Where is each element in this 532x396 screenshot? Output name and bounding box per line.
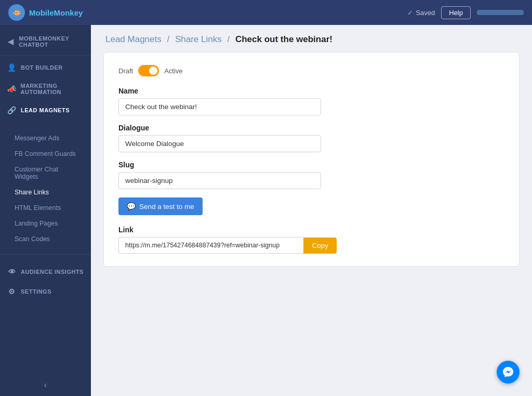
- logo: 🐵 MobileMonkey: [8, 4, 83, 21]
- sidebar: ◀ MOBILEMONKEY CHATBOT 👤 BOT BUILDER 📣 M…: [0, 25, 91, 396]
- breadcrumb-current: Check out the webinar!: [235, 34, 332, 44]
- sidebar-item-landing-pages[interactable]: Landing Pages: [0, 216, 91, 231]
- saved-indicator: ✓ Saved: [407, 9, 435, 17]
- dialogue-input[interactable]: [118, 135, 321, 152]
- chevron-left-icon: ◀: [7, 37, 15, 46]
- slug-label: Slug: [118, 161, 504, 169]
- divider-2: [0, 254, 91, 255]
- sidebar-collapse-button[interactable]: ‹: [0, 374, 91, 396]
- person-icon: 👤: [7, 63, 17, 72]
- eye-icon: 👁: [7, 267, 17, 276]
- sidebar-item-share-links[interactable]: Share Links: [0, 184, 91, 200]
- topbar: 🐵 MobileMonkey ✓ Saved Help: [0, 0, 532, 25]
- breadcrumb-lead-magnets[interactable]: Lead Magnets: [105, 34, 162, 44]
- messenger-icon: 💬: [127, 202, 136, 210]
- messenger-fab-icon: [502, 366, 514, 378]
- sidebar-item-fb-comment-guards[interactable]: FB Comment Guards: [0, 146, 91, 162]
- gear-icon: ⚙: [7, 287, 17, 296]
- toggle-slider: [138, 65, 159, 76]
- toggle-row: Draft Active: [118, 65, 504, 76]
- help-button[interactable]: Help: [441, 6, 471, 19]
- sidebar-item-messenger-ads[interactable]: Messenger Ads: [0, 130, 91, 146]
- breadcrumb-share-links[interactable]: Share Links: [175, 34, 222, 44]
- copy-button[interactable]: Copy: [303, 237, 337, 254]
- sidebar-item-lead-magnets[interactable]: 🔗 LEAD MAGNETS: [0, 100, 91, 120]
- active-toggle[interactable]: [138, 65, 159, 76]
- link-input[interactable]: [118, 237, 303, 254]
- breadcrumb: Lead Magnets / Share Links / Check out t…: [91, 25, 532, 52]
- sidebar-item-marketing[interactable]: 📣 MARKETING AUTOMATION: [0, 77, 91, 100]
- sidebar-sub-section: Messenger Ads FB Comment Guards Customer…: [0, 125, 91, 252]
- sidebar-section-bottom: 👁 AUDIENCE INSIGHTS ⚙ SETTINGS: [0, 257, 91, 307]
- content-area: Lead Magnets / Share Links / Check out t…: [91, 25, 532, 396]
- logo-icon: 🐵: [8, 4, 25, 21]
- draft-label: Draft: [118, 67, 133, 75]
- main-layout: ◀ MOBILEMONKEY CHATBOT 👤 BOT BUILDER 📣 M…: [0, 25, 532, 396]
- sidebar-item-chatbot[interactable]: ◀ MOBILEMONKEY CHATBOT: [0, 30, 91, 53]
- sidebar-section-main: ◀ MOBILEMONKEY CHATBOT 👤 BOT BUILDER 📣 M…: [0, 25, 91, 125]
- saved-check-icon: ✓: [407, 9, 413, 17]
- link-icon: 🔗: [7, 105, 17, 115]
- active-label: Active: [164, 67, 182, 75]
- form-card: Draft Active Name Dialogue Slug 💬 Send a…: [103, 52, 520, 267]
- topbar-right: ✓ Saved Help: [407, 6, 524, 19]
- user-button[interactable]: [477, 10, 524, 15]
- breadcrumb-sep-1: /: [167, 34, 169, 44]
- sidebar-item-customer-chat-widgets[interactable]: Customer Chat Widgets: [0, 162, 91, 184]
- messenger-fab[interactable]: [497, 361, 520, 384]
- sidebar-item-settings[interactable]: ⚙ SETTINGS: [0, 282, 91, 301]
- divider: [0, 55, 91, 56]
- dialogue-label: Dialogue: [118, 124, 504, 132]
- breadcrumb-sep-2: /: [227, 34, 230, 44]
- link-label: Link: [118, 226, 504, 234]
- sidebar-item-html-elements[interactable]: HTML Elements: [0, 200, 91, 216]
- slug-input[interactable]: [118, 172, 321, 189]
- name-label: Name: [118, 87, 504, 95]
- link-row: Copy: [118, 237, 337, 254]
- sidebar-item-audience[interactable]: 👁 AUDIENCE INSIGHTS: [0, 262, 91, 282]
- send-test-button[interactable]: 💬 Send a test to me: [118, 197, 203, 215]
- megaphone-icon: 📣: [7, 84, 17, 94]
- name-input[interactable]: [118, 98, 321, 115]
- logo-text: MobileMonkey: [29, 8, 83, 17]
- sidebar-item-bot-builder[interactable]: 👤 BOT BUILDER: [0, 58, 91, 77]
- sidebar-item-scan-codes[interactable]: Scan Codes: [0, 231, 91, 247]
